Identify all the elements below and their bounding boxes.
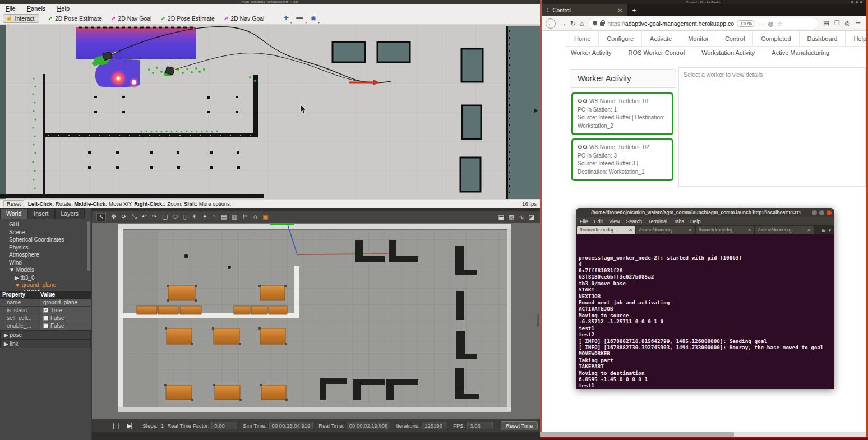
gazebo-toolbar-right-icon[interactable]: ⬓ bbox=[498, 214, 504, 221]
tree-item[interactable]: LINKS bbox=[0, 289, 91, 291]
gazebo-tool-icon[interactable]: ⟳ bbox=[121, 213, 126, 221]
terminal-menu-item[interactable]: View bbox=[609, 219, 620, 224]
primary-nav-item[interactable]: Activate bbox=[641, 31, 680, 47]
tree-item[interactable]: ▼ Models bbox=[0, 266, 91, 274]
worker-card[interactable]: ⚙⚙WS Name: Turtlebot_01 PO in Station: 1… bbox=[571, 92, 673, 135]
tracking-shield-icon[interactable] bbox=[593, 21, 597, 26]
rviz-tool-button[interactable]: 2D Nav Goal bbox=[224, 15, 265, 22]
secondary-nav-item[interactable]: ROS Worker Control bbox=[629, 49, 685, 56]
terminal-window-buttons[interactable] bbox=[812, 210, 832, 215]
tab-close-icon[interactable]: ✕ bbox=[618, 7, 622, 13]
worker-card[interactable]: ⚙⚙WS Name: Turtlebot_02 PO in Station: 3… bbox=[571, 138, 673, 181]
terminal-tab[interactable]: /home/dronedoj... ✕ bbox=[696, 226, 754, 234]
terminal-menu-item[interactable]: File bbox=[580, 219, 588, 224]
new-tab-button[interactable]: + bbox=[627, 4, 641, 16]
firefox-titlebar[interactable]: Control - Mozilla Firefox bbox=[542, 0, 866, 4]
terminal-menu-item[interactable]: Edit bbox=[594, 219, 603, 224]
reload-button[interactable]: ↻ bbox=[570, 20, 576, 27]
gazebo-tool-icon[interactable]: ✥ bbox=[111, 213, 116, 221]
menu-hamburger-icon[interactable]: ☰ bbox=[855, 20, 861, 27]
rviz-tool-button[interactable]: 2D Pose Estimate bbox=[160, 15, 214, 22]
tree-item[interactable]: Physics bbox=[0, 244, 91, 252]
gazebo-panel-tab[interactable]: Insert bbox=[27, 208, 54, 219]
primary-nav-item[interactable]: Configure bbox=[598, 31, 642, 47]
tree-item[interactable]: Scene bbox=[0, 229, 91, 237]
sidebar-icon[interactable]: ❐ bbox=[834, 20, 840, 27]
terminal-menu-item[interactable]: Search bbox=[626, 219, 642, 224]
property-row[interactable]: name ground_plane bbox=[0, 299, 91, 307]
back-button[interactable]: ← bbox=[546, 18, 556, 29]
terminal-menu-item[interactable]: Help bbox=[690, 219, 701, 224]
window-control-buttons[interactable] bbox=[851, 1, 862, 3]
gazebo-tool-icon[interactable]: ▤ bbox=[221, 213, 227, 221]
forward-button[interactable]: → bbox=[560, 20, 566, 27]
gazebo-tool-icon[interactable]: ✦ bbox=[202, 213, 207, 221]
property-row[interactable]: self_coll... False bbox=[0, 314, 91, 322]
tab-close-icon[interactable]: ✕ bbox=[629, 226, 632, 234]
browser-tab-control[interactable]: ⍘ Control ✕ bbox=[542, 4, 627, 16]
url-input[interactable]: https://adaptive-goal-management.herokua… bbox=[588, 18, 819, 29]
step-button[interactable]: ▶▏ bbox=[127, 423, 136, 429]
gazebo-tool-icon[interactable]: ⤡ bbox=[132, 213, 137, 221]
terminal-new-tab-icon[interactable]: ⊞ bbox=[821, 228, 826, 233]
tree-item[interactable]: ▼ ground_plane bbox=[0, 281, 91, 289]
page-actions-icon[interactable]: ⋯ bbox=[758, 20, 764, 27]
property-row[interactable]: is_static True bbox=[0, 307, 91, 314]
property-checkbox[interactable] bbox=[43, 316, 48, 321]
home-button[interactable]: ⌂ bbox=[580, 20, 584, 27]
gazebo-tool-icon[interactable]: ⊨ bbox=[243, 213, 248, 221]
terminal-menu-item[interactable]: Tabs bbox=[673, 219, 684, 224]
reset-button[interactable]: Reset bbox=[3, 200, 24, 207]
terminal-tab[interactable]: /home/dronedoj... ✕ bbox=[577, 226, 635, 234]
gazebo-toolbar-right-icon[interactable]: ∿ bbox=[519, 214, 524, 221]
gazebo-toolbar-right-icon[interactable]: ◪ bbox=[529, 214, 534, 221]
gazebo-tool-icon[interactable]: ▢ bbox=[162, 213, 168, 221]
terminal-tab-dropdown-icon[interactable]: ▾ bbox=[828, 228, 831, 233]
gazebo-tool-icon[interactable]: ☀ bbox=[192, 213, 197, 221]
property-group-row[interactable]: ▶ link bbox=[0, 339, 91, 348]
tab-close-icon[interactable]: ✕ bbox=[688, 226, 692, 234]
rviz-toolbar-icon[interactable]: ✚ bbox=[283, 15, 288, 22]
terminal-tab[interactable]: /home/dronedoj... ✕ bbox=[636, 226, 695, 234]
tree-item[interactable]: GUI bbox=[0, 221, 91, 229]
rviz-menu-item[interactable]: Panels bbox=[27, 5, 46, 12]
gazebo-3d-viewport[interactable] bbox=[92, 223, 540, 419]
rviz-toolbar-icon[interactable]: ◉ bbox=[311, 15, 316, 22]
gazebo-tool-icon[interactable]: ▥ bbox=[232, 213, 237, 221]
terminal-titlebar[interactable]: /home/dronedojo/catkin_ws/src/agm_comm/l… bbox=[576, 208, 834, 217]
tree-item[interactable]: Spherical Coordinates bbox=[0, 236, 91, 244]
gazebo-panel-tab[interactable]: Layers bbox=[55, 208, 85, 219]
property-checkbox[interactable] bbox=[43, 308, 48, 313]
gazebo-panel-tab[interactable]: World bbox=[0, 208, 27, 219]
steps-value[interactable]: 1 bbox=[161, 423, 164, 429]
tree-item[interactable]: Atmosphere bbox=[0, 251, 91, 259]
terminal-output[interactable]: process[agm_worker_node-2]: started with… bbox=[576, 234, 834, 389]
gazebo-tool-icon[interactable]: ↷ bbox=[152, 213, 157, 221]
gazebo-tool-icon[interactable]: ↶ bbox=[141, 213, 146, 221]
rviz-tool-button[interactable]: Interact bbox=[3, 14, 39, 23]
tab-close-icon[interactable]: ✕ bbox=[807, 226, 811, 234]
bookmark-star-icon[interactable]: ☆ bbox=[777, 20, 782, 27]
pause-button[interactable]: ❘❘ bbox=[111, 423, 121, 429]
rviz-menu-item[interactable]: File bbox=[6, 5, 16, 12]
primary-nav-item[interactable]: Monitor bbox=[680, 31, 717, 47]
primary-nav-item[interactable]: Dashboard bbox=[799, 31, 846, 47]
gazebo-toolbar-right-icon[interactable]: ▨ bbox=[509, 214, 514, 221]
gazebo-tool-icon[interactable]: ▣ bbox=[262, 213, 268, 221]
gazebo-tool-icon[interactable]: ≈ bbox=[213, 213, 216, 221]
primary-nav-item[interactable]: Help Center bbox=[845, 31, 866, 47]
browser-horizontal-scrollbar[interactable] bbox=[540, 432, 866, 437]
secondary-nav-item[interactable]: Worker Activity bbox=[571, 49, 612, 56]
tab-close-icon[interactable]: ✕ bbox=[747, 226, 751, 234]
gazebo-tool-icon[interactable]: ⬭ bbox=[173, 213, 178, 221]
property-row[interactable]: enable_... False bbox=[0, 322, 91, 330]
zoom-level-badge[interactable]: 110% bbox=[737, 20, 755, 27]
property-group-row[interactable]: ▶ pose bbox=[0, 330, 91, 339]
property-checkbox[interactable] bbox=[43, 323, 48, 328]
gazebo-tool-icon[interactable]: ↖ bbox=[96, 213, 106, 221]
tree-item[interactable]: ▶ tb3_0 bbox=[0, 274, 91, 282]
primary-nav-item[interactable]: Control bbox=[717, 31, 753, 47]
secondary-nav-item[interactable]: Workstation Activity bbox=[701, 49, 755, 56]
gazebo-tool-icon[interactable]: ▯ bbox=[183, 213, 187, 221]
rviz-tool-button[interactable]: 2D Pose Estimate bbox=[48, 15, 102, 22]
